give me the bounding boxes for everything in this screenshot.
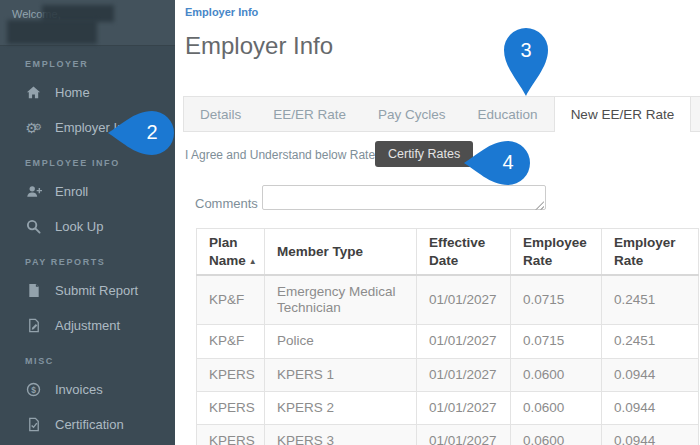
sidebar-section-employee-info: EMPLOYEE INFO (0, 145, 175, 174)
search-icon (25, 219, 42, 234)
redacted-employer-name (7, 20, 97, 44)
user-plus-icon (25, 184, 42, 199)
comments-label: Comments (195, 196, 258, 211)
sidebar-item-label: Adjustment (55, 318, 120, 333)
sidebar-item-label: Look Up (55, 219, 103, 234)
sidebar-item-label: Employer Info (55, 120, 135, 135)
sidebar-section-employer: EMPLOYER (0, 46, 175, 75)
table-row: KPERS KPERS 1 01/01/2027 0.0600 0.0944 (197, 358, 699, 391)
cell-employer-rate: 0.0944 (602, 358, 699, 391)
cell-plan-name: KPERS (197, 425, 265, 445)
sidebar-section-pay-reports: PAY REPORTS (0, 244, 175, 273)
cell-member-type: Police (265, 325, 417, 358)
sidebar-item-label: Submit Report (55, 283, 138, 298)
tab-bar: Details EE/ER Rate Pay Cycles Education … (183, 96, 700, 132)
tab-ee-er-rate[interactable]: EE/ER Rate (257, 97, 362, 131)
comments-input[interactable] (262, 185, 546, 210)
sidebar-item-label: Certification (55, 417, 124, 432)
column-header-employee-rate[interactable]: Employee Rate (511, 229, 602, 276)
cell-employer-rate: 0.0944 (602, 425, 699, 445)
tab-education[interactable]: Education (462, 97, 554, 131)
column-header-effective-date[interactable]: Effective Date (417, 229, 511, 276)
sidebar-item-invoices[interactable]: $ Invoices (0, 372, 175, 407)
file-icon (25, 283, 42, 298)
cell-employee-rate: 0.0715 (511, 325, 602, 358)
sidebar-item-home[interactable]: Home (0, 75, 175, 110)
file-edit-icon (25, 318, 42, 333)
cell-plan-name: KPERS (197, 391, 265, 424)
cell-employer-rate: 0.2451 (602, 325, 699, 358)
column-header-plan-name[interactable]: Plan Name▲ (197, 229, 265, 276)
svg-text:$: $ (31, 385, 36, 395)
cell-effective-date: 01/01/2027 (417, 391, 511, 424)
agree-statement: I Agree and Understand below Rates (185, 148, 381, 162)
sidebar-item-employer-info[interactable]: ⚙⚙ Employer Info (0, 110, 175, 145)
cell-employee-rate: 0.0600 (511, 425, 602, 445)
tab-details[interactable]: Details (184, 97, 257, 131)
cell-employee-rate: 0.0715 (511, 275, 602, 325)
table-row: KP&F Emergency Medical Technician 01/01/… (197, 275, 699, 325)
table-row: KP&F Police 01/01/2027 0.0715 0.2451 (197, 325, 699, 358)
sidebar-item-label: Home (55, 85, 90, 100)
page-title: Employer Info (185, 32, 700, 60)
dollar-circle-icon: $ (25, 382, 42, 397)
breadcrumb[interactable]: Employer Info (185, 6, 700, 18)
cell-member-type: KPERS 3 (265, 425, 417, 445)
cell-plan-name: KP&F (197, 275, 265, 325)
home-icon (25, 85, 42, 100)
tab-new-ee-er-rate[interactable]: New EE/ER Rate (554, 97, 692, 131)
sidebar-item-look-up[interactable]: Look Up (0, 209, 175, 244)
file-check-icon (25, 417, 42, 432)
sidebar-item-label: Enroll (55, 184, 88, 199)
cell-employee-rate: 0.0600 (511, 358, 602, 391)
cell-effective-date: 01/01/2027 (417, 358, 511, 391)
comments-row: Comments (195, 185, 700, 214)
main-content: Employer Info Employer Info Details EE/E… (175, 0, 700, 445)
column-header-member-type[interactable]: Member Type (265, 229, 417, 276)
certify-rates-button[interactable]: Certify Rates (375, 141, 473, 167)
cell-effective-date: 01/01/2027 (417, 425, 511, 445)
sidebar: Welcome, EMPLOYER Home ⚙⚙ Employer Info … (0, 0, 175, 445)
cell-employer-rate: 0.2451 (602, 275, 699, 325)
cell-plan-name: KP&F (197, 325, 265, 358)
app-window: Welcome, EMPLOYER Home ⚙⚙ Employer Info … (0, 0, 700, 445)
gears-icon: ⚙⚙ (25, 121, 42, 135)
welcome-panel: Welcome, (0, 0, 175, 46)
table-header-row: Plan Name▲ Member Type Effective Date Em… (197, 229, 699, 276)
sidebar-item-submit-report[interactable]: Submit Report (0, 273, 175, 308)
column-header-employer-rate[interactable]: Employer Rate (602, 229, 699, 276)
cell-member-type: Emergency Medical Technician (265, 275, 417, 325)
cell-employee-rate: 0.0600 (511, 391, 602, 424)
sidebar-item-enroll[interactable]: Enroll (0, 174, 175, 209)
cell-member-type: KPERS 2 (265, 391, 417, 424)
cell-plan-name: KPERS (197, 358, 265, 391)
table-row: KPERS KPERS 2 01/01/2027 0.0600 0.0944 (197, 391, 699, 424)
cell-effective-date: 01/01/2027 (417, 275, 511, 325)
sidebar-section-misc: MISC (0, 343, 175, 372)
sidebar-item-adjustment[interactable]: Adjustment (0, 308, 175, 343)
sort-asc-icon: ▲ (249, 257, 257, 266)
cell-effective-date: 01/01/2027 (417, 325, 511, 358)
tab-pay-cycles[interactable]: Pay Cycles (362, 97, 462, 131)
sidebar-item-certification[interactable]: Certification (0, 407, 175, 442)
cell-member-type: KPERS 1 (265, 358, 417, 391)
cell-employer-rate: 0.0944 (602, 391, 699, 424)
rates-table: Plan Name▲ Member Type Effective Date Em… (196, 228, 699, 445)
table-row: KPERS KPERS 3 01/01/2027 0.0600 0.0944 (197, 425, 699, 445)
sidebar-item-label: Invoices (55, 382, 103, 397)
